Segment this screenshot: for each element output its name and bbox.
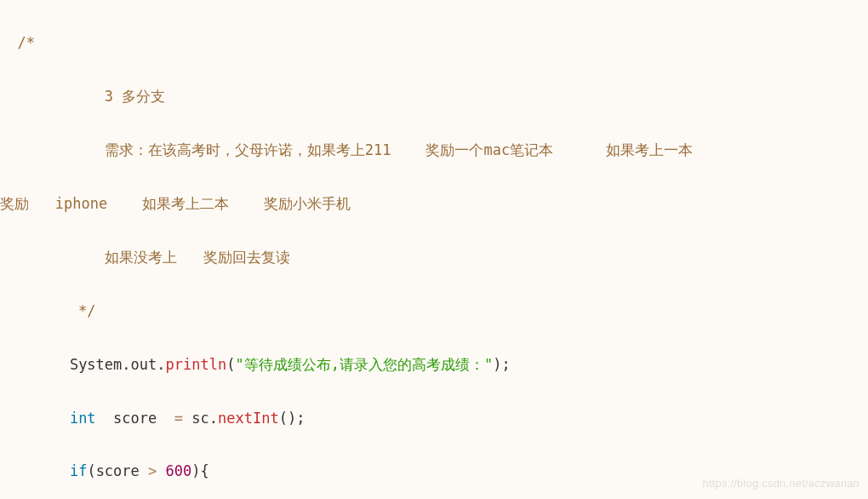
code-line: System.out.println("等待成绩公布,请录入您的高考成绩：");: [0, 352, 868, 378]
punct: {: [201, 462, 209, 479]
watermark-text: https://blog.csdn.net/aczwanan: [702, 473, 859, 494]
punct: ): [191, 462, 200, 479]
code-line: /*: [0, 30, 868, 56]
string-literal: "等待成绩公布,请录入您的高考成绩：": [235, 356, 493, 373]
code-line: 如果没考上 奖励回去复读: [0, 244, 868, 271]
operator: =: [174, 410, 183, 427]
operator: >: [148, 462, 157, 479]
keyword: if: [70, 462, 87, 479]
punct: .: [122, 356, 130, 373]
keyword: int: [70, 410, 96, 427]
punct: .: [157, 356, 165, 373]
punct: .: [209, 410, 218, 427]
punct: ;: [296, 410, 305, 427]
code-line: */: [0, 298, 868, 324]
punct: ;: [501, 356, 510, 373]
indent: [0, 462, 70, 479]
code-line: 3 多分支: [0, 83, 868, 110]
identifier: sc: [191, 410, 208, 427]
comment-text: 如果没考上 奖励回去复读: [0, 249, 290, 266]
punct: (: [279, 410, 288, 427]
identifier: score: [96, 462, 140, 479]
code-line: 奖励 iphone 如果考上二本 奖励小米手机: [0, 191, 868, 217]
identifier: score: [113, 410, 157, 427]
code-line: int score = sc.nextInt();: [0, 405, 868, 432]
number-literal: 600: [166, 462, 192, 479]
code-line: 需求：在该高考时，父母许诺，如果考上211 奖励一个mac笔记本 如果考上一本: [0, 137, 868, 163]
comment-close: */: [0, 302, 96, 319]
punct: (: [226, 356, 235, 373]
comment-open: /*: [17, 34, 34, 51]
indent: [0, 356, 70, 373]
punct: ): [493, 356, 501, 373]
comment-text: 需求：在该高考时，父母许诺，如果考上211 奖励一个mac笔记本 如果考上一本: [0, 141, 693, 158]
punct: ): [288, 410, 296, 427]
punct: (: [87, 462, 95, 479]
code-block: /* 3 多分支 需求：在该高考时，父母许诺，如果考上211 奖励一个mac笔记…: [0, 0, 868, 499]
indent: [0, 410, 70, 427]
comment-text: 奖励 iphone 如果考上二本 奖励小米手机: [0, 195, 351, 212]
identifier: out: [131, 356, 157, 373]
comment-text: 3 多分支: [0, 88, 165, 105]
identifier: System: [70, 356, 122, 373]
method: println: [166, 356, 227, 373]
method: nextInt: [218, 410, 279, 427]
